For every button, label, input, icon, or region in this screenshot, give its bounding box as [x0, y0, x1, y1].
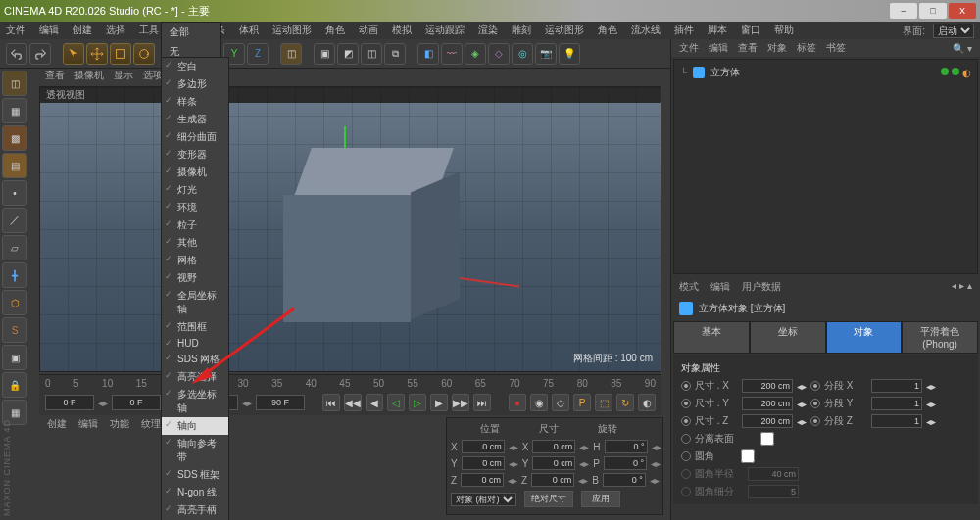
minimize-button[interactable]: – [890, 3, 917, 19]
filter-item-21[interactable]: SDS 框架 [162, 466, 228, 484]
seg-z-input[interactable] [871, 414, 922, 428]
prev-frame-icon[interactable]: ◀ [366, 394, 383, 411]
filter-item-22[interactable]: N-gon 线 [162, 484, 228, 501]
vptab-3[interactable]: 选项 [143, 69, 163, 86]
size-x-input[interactable] [742, 379, 793, 393]
play-forward-icon[interactable]: ▷ [409, 394, 426, 411]
separate-checkbox[interactable] [742, 432, 793, 446]
polygon-mode-icon[interactable]: ▱ [2, 235, 27, 260]
z-axis-icon[interactable]: Z [247, 43, 269, 65]
undo-button[interactable] [6, 43, 27, 65]
vptab-1[interactable]: 摄像机 [74, 69, 104, 86]
key-scale-icon[interactable]: ⬚ [595, 394, 612, 411]
rtab-1[interactable]: 标签 [797, 41, 816, 55]
rtab-4[interactable]: 编辑 [709, 41, 728, 55]
menu-11[interactable]: 模拟 [392, 24, 412, 37]
lowtab-2[interactable]: 功能 [110, 417, 129, 435]
sizez-radio[interactable] [681, 416, 691, 426]
interface-dropdown[interactable]: 启动 [933, 24, 974, 38]
size-z-input[interactable] [742, 414, 793, 428]
spline-icon[interactable]: 〰 [441, 43, 463, 65]
frame-current[interactable] [112, 395, 161, 410]
object-name[interactable]: 立方体 [710, 66, 740, 79]
texture-mode-icon[interactable]: ▩ [2, 125, 27, 151]
pos-X[interactable] [462, 440, 505, 453]
attr-up-icon[interactable]: ▴ [967, 280, 972, 294]
close-button[interactable]: X [949, 3, 976, 19]
filter-item-20[interactable]: 轴向参考带 [162, 435, 228, 466]
seg-x-input[interactable] [871, 379, 922, 393]
render-settings-icon[interactable]: ◫ [361, 43, 382, 65]
abs-size-button[interactable]: 绝对尺寸 [524, 491, 573, 507]
move-tool[interactable] [86, 43, 108, 65]
filter-item-9[interactable]: 粒子 [162, 216, 228, 234]
rtab-2[interactable]: 对象 [767, 41, 787, 55]
menu-8[interactable]: 运动图形 [272, 24, 312, 37]
rtab-5[interactable]: 文件 [679, 41, 699, 55]
rtab-0[interactable]: 书签 [826, 41, 846, 55]
record-icon[interactable]: ● [509, 394, 526, 411]
object-row[interactable]: └ 立方体 ◐ [678, 64, 973, 81]
rot-H[interactable] [605, 440, 648, 453]
render-view-icon[interactable]: ▣ [314, 43, 335, 65]
attr-tab-1[interactable]: 坐标 [750, 321, 826, 354]
render-queue-icon[interactable]: ⧉ [384, 43, 406, 65]
select-tool[interactable] [63, 43, 84, 65]
autokey-icon[interactable]: ◉ [530, 394, 548, 411]
make-editable-icon[interactable]: ◫ [2, 71, 27, 96]
attrhead-0[interactable]: 用户数据 [742, 280, 781, 294]
filter-item-7[interactable]: 灯光 [162, 181, 228, 199]
filter-item-6[interactable]: 摄像机 [162, 164, 228, 181]
goto-start-icon[interactable]: ⏮ [322, 394, 340, 411]
attr-tab-2[interactable]: 对象 [826, 321, 903, 354]
vptab-2[interactable]: 显示 [114, 69, 133, 86]
filter-item-8[interactable]: 环境 [162, 199, 228, 216]
menu-9[interactable]: 角色 [325, 24, 345, 37]
deformer-icon[interactable]: ◇ [488, 43, 510, 65]
search-icon[interactable]: 🔍 [953, 43, 964, 54]
filter-item-3[interactable]: 生成器 [162, 111, 228, 128]
axis-mode-icon[interactable]: ╋ [2, 262, 27, 288]
environment-icon[interactable]: ◎ [512, 43, 533, 65]
filter-item-5[interactable]: 变形器 [162, 146, 228, 164]
visibility-editor-icon[interactable] [941, 68, 949, 75]
pos-Z[interactable] [461, 473, 504, 487]
attr-next-icon[interactable]: ▸ [959, 280, 964, 294]
render-region-icon[interactable]: ◩ [337, 43, 359, 65]
size-Z[interactable] [531, 473, 574, 487]
filter-item-4[interactable]: 细分曲面 [162, 128, 228, 146]
lowtab-3[interactable]: 纹理 [141, 417, 161, 435]
sizey-radio[interactable] [681, 399, 691, 408]
key-rotation-icon[interactable]: ↻ [616, 394, 634, 411]
scale-tool[interactable] [110, 43, 131, 65]
visibility-render-icon[interactable] [952, 68, 959, 75]
frame-total[interactable] [256, 395, 305, 410]
timeline-ruler[interactable]: 051015202530354045505560657075808590 [39, 375, 662, 391]
apply-button[interactable]: 应用 [581, 491, 620, 507]
lowtab-1[interactable]: 编辑 [78, 417, 98, 435]
menu-20[interactable]: 窗口 [741, 24, 760, 37]
filter-item-0[interactable]: 空白 [162, 58, 228, 75]
keyframe-sel-icon[interactable]: ◇ [552, 394, 569, 411]
seg-y-input[interactable] [871, 397, 922, 410]
filter-icon[interactable]: ▾ [967, 43, 972, 54]
cube-primitive-icon[interactable]: ◧ [417, 43, 439, 65]
menu-0[interactable]: 文件 [6, 24, 25, 37]
frame-start[interactable] [45, 395, 94, 410]
vptab-0[interactable]: 查看 [45, 69, 65, 86]
snap-icon[interactable]: S [2, 317, 27, 343]
menu-2[interactable]: 创建 [73, 24, 92, 37]
attrhead-2[interactable]: 模式 [679, 280, 699, 294]
key-param-icon[interactable]: ◐ [638, 394, 656, 411]
phong-tag-icon[interactable]: ◐ [962, 68, 971, 78]
cube-object[interactable] [283, 185, 425, 327]
lowtab-0[interactable]: 创建 [47, 417, 67, 435]
fillet-radio[interactable] [681, 451, 691, 461]
filter-item-12[interactable]: 视野 [162, 269, 228, 287]
attrhead-1[interactable]: 编辑 [710, 280, 730, 294]
rot-P[interactable] [604, 456, 647, 470]
menu-1[interactable]: 编辑 [39, 24, 59, 37]
filter-item-1[interactable]: 多边形 [162, 75, 228, 93]
menu-all[interactable]: 全部 [162, 23, 220, 42]
size-X[interactable] [532, 440, 575, 453]
